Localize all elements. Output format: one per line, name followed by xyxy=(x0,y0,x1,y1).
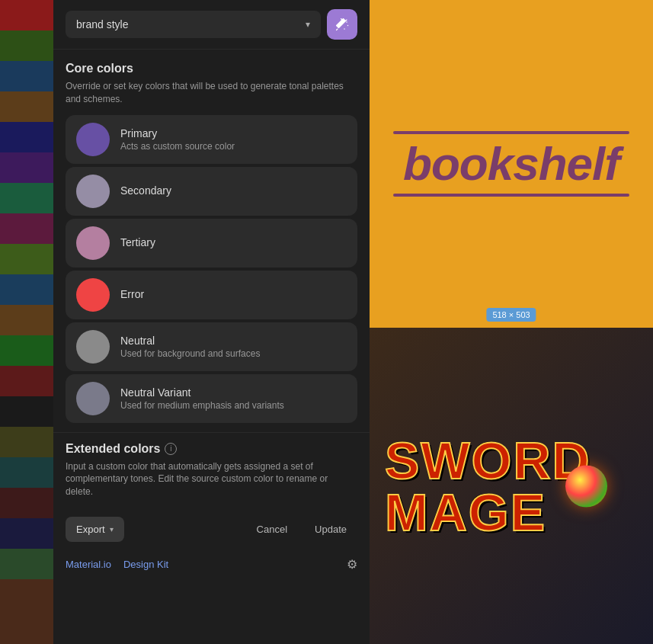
svg-point-0 xyxy=(346,21,347,23)
tertiary-swatch xyxy=(76,226,110,260)
action-bar: Export ▾ Cancel Update xyxy=(53,508,370,551)
error-label: Error xyxy=(120,288,144,300)
tertiary-label: Tertiary xyxy=(120,236,155,248)
dropdown-label: brand style xyxy=(76,18,128,30)
primary-label: Primary xyxy=(120,127,235,139)
neutral-variant-info: Neutral Variant Used for medium emphasis… xyxy=(120,386,284,411)
export-button[interactable]: Export ▾ xyxy=(66,517,124,542)
neutral-variant-desc: Used for medium emphasis and variants xyxy=(120,400,284,411)
export-label: Export xyxy=(76,524,105,535)
bookshelf-preview: bookshelf 518 × 503 xyxy=(370,0,653,328)
book-spines xyxy=(0,0,53,644)
design-kit-link[interactable]: Design Kit xyxy=(123,559,168,570)
color-items-list: Primary Acts as custom source color Seco… xyxy=(66,115,357,423)
core-colors-desc: Override or set key colors that will be … xyxy=(66,80,357,106)
orb-decoration xyxy=(565,465,607,507)
bookshelf-bottom-line xyxy=(393,194,629,197)
error-swatch xyxy=(76,278,110,312)
color-item-tertiary[interactable]: Tertiary xyxy=(66,219,357,268)
secondary-swatch xyxy=(76,175,110,208)
secondary-label: Secondary xyxy=(120,184,171,197)
neutral-variant-swatch xyxy=(76,382,110,415)
sidebar-panel: brand style ▾ Core colors Override or se… xyxy=(53,0,370,644)
magic-wand-icon xyxy=(335,18,349,31)
extended-colors-section: Extended colors i Input a custom color t… xyxy=(53,432,370,505)
brand-style-dropdown[interactable]: brand style ▾ xyxy=(66,11,321,38)
svg-point-1 xyxy=(344,28,345,30)
bookshelf-title: bookshelf xyxy=(403,140,619,187)
primary-swatch xyxy=(76,123,110,156)
color-item-neutral[interactable]: Neutral Used for background and surfaces xyxy=(66,322,357,371)
cancel-button[interactable]: Cancel xyxy=(246,517,298,542)
color-item-secondary[interactable]: Secondary xyxy=(66,167,357,216)
neutral-label: Neutral xyxy=(120,335,260,347)
swordmage-preview: SWORDMAGE xyxy=(370,328,653,644)
extended-title-row: Extended colors i xyxy=(66,442,357,456)
gear-icon[interactable]: ⚙ xyxy=(347,557,357,572)
update-button[interactable]: Update xyxy=(304,517,357,542)
color-item-error[interactable]: Error xyxy=(66,271,357,319)
core-colors-section: Core colors Override or set key colors t… xyxy=(53,50,370,429)
neutral-info: Neutral Used for background and surfaces xyxy=(120,335,260,359)
primary-desc: Acts as custom source color xyxy=(120,141,235,152)
swordmage-title: SWORDMAGE xyxy=(385,434,591,538)
export-chevron-icon: ▾ xyxy=(110,525,114,533)
bookshelf-top-line xyxy=(393,131,629,134)
top-bar: brand style ▾ xyxy=(53,0,370,50)
info-icon[interactable]: i xyxy=(165,443,177,455)
color-item-neutral-variant[interactable]: Neutral Variant Used for medium emphasis… xyxy=(66,374,357,423)
tertiary-info: Tertiary xyxy=(120,236,155,250)
neutral-variant-label: Neutral Variant xyxy=(120,386,284,399)
extended-colors-desc: Input a custom color that automatically … xyxy=(66,460,357,498)
chevron-down-icon: ▾ xyxy=(306,19,310,30)
dimension-badge: 518 × 503 xyxy=(486,308,536,322)
color-item-primary[interactable]: Primary Acts as custom source color xyxy=(66,115,357,164)
neutral-desc: Used for background and surfaces xyxy=(120,348,260,359)
svg-point-2 xyxy=(347,25,349,27)
error-info: Error xyxy=(120,288,144,302)
footer: Material.io Design Kit ⚙ xyxy=(53,551,370,584)
extended-colors-title: Extended colors xyxy=(66,442,160,456)
bookshelf-text-wrapper: bookshelf xyxy=(393,131,629,197)
neutral-swatch xyxy=(76,330,110,364)
material-io-link[interactable]: Material.io xyxy=(66,559,111,570)
core-colors-title: Core colors xyxy=(66,62,357,75)
magic-button[interactable] xyxy=(327,9,357,40)
primary-info: Primary Acts as custom source color xyxy=(120,127,235,152)
preview-area: bookshelf 518 × 503 SWORDMAGE xyxy=(370,0,653,644)
secondary-info: Secondary xyxy=(120,184,171,198)
